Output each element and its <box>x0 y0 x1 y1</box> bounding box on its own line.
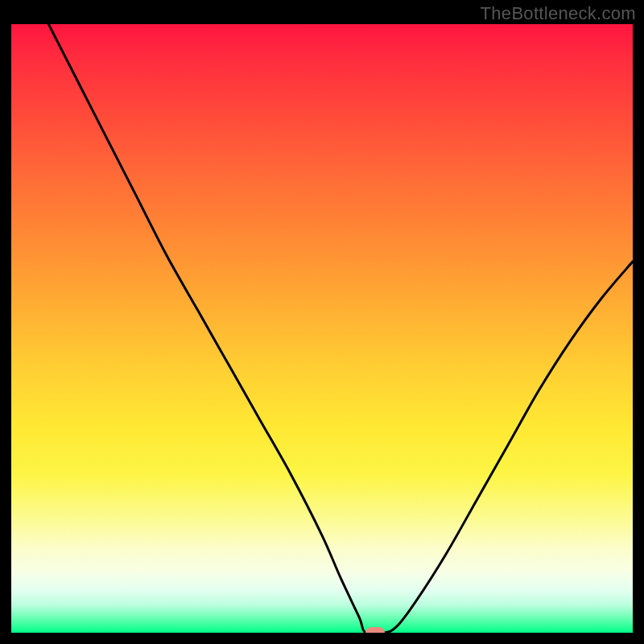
chart-frame: TheBottleneck.com <box>0 0 644 644</box>
attribution-watermark: TheBottleneck.com <box>481 3 636 24</box>
optimal-marker <box>365 627 385 633</box>
bottleneck-curve <box>48 24 633 633</box>
curve-svg <box>11 24 633 633</box>
plot-area <box>11 24 633 633</box>
